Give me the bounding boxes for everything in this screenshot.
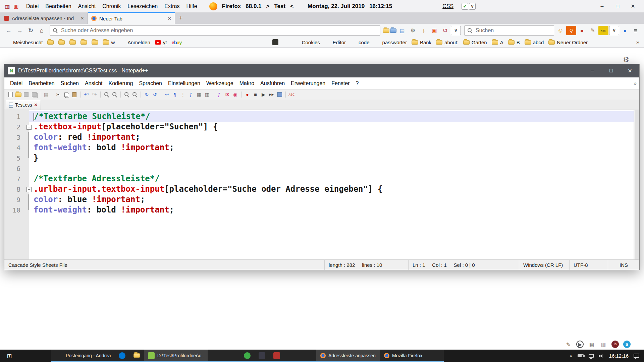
pinned-app-2[interactable] [35,350,51,362]
menu-suchen[interactable]: Suchen [58,79,82,88]
maximize-button[interactable]: □ [610,1,625,11]
new-file-icon[interactable] [7,91,14,98]
record-macro-icon[interactable]: ● [244,91,251,98]
network-icon[interactable] [589,354,594,358]
menu-fenster[interactable]: Fenster [328,79,353,88]
menu-makro[interactable]: Makro [236,79,257,88]
code-line[interactable]: 7/*Textfarbe Adressleiste*/ [4,174,634,184]
menu-lesezeichen[interactable]: Lesezeichen [124,2,161,11]
urlbar-input[interactable] [60,27,377,34]
fold-toggle-icon[interactable] [24,122,34,132]
lb-badge-icon[interactable]: lb [611,341,619,348]
card-icon[interactable]: ▥ [600,341,607,348]
edit-pencil-icon[interactable]: ✎ [588,26,598,35]
task-firefox-mozilla[interactable]: Mozilla Firefox [380,350,444,362]
replace-icon[interactable] [111,91,118,98]
zoom-in-icon[interactable] [123,91,130,98]
start-button[interactable]: ⊞ [0,350,19,362]
menu-hamburger-icon[interactable]: ≡ [631,26,641,35]
menu-erweiterungen[interactable]: Erweiterungen [288,79,328,88]
tab-close-icon[interactable]: ✕ [34,103,38,107]
spell-check-icon[interactable]: ABC [288,91,295,98]
task-notepadpp[interactable]: D:\Test\Profilordner\c... [144,350,208,362]
search-input[interactable] [475,27,551,34]
calendar-icon[interactable]: ▦ [588,341,595,348]
fold-toggle-icon[interactable] [24,184,34,194]
bookmark-ebay[interactable]: ebay [170,39,183,46]
bookmark-neuer-ordner[interactable]: Neuer Ordner [547,39,589,46]
cut-icon[interactable]: ✂ [55,91,62,98]
addon-q-icon[interactable]: Q [566,26,576,35]
menu-ansicht[interactable]: Ansicht [82,79,105,88]
play-multi-icon[interactable]: ▶▶ [268,91,275,98]
tray-chevron-icon[interactable]: ∧ [570,354,573,358]
task-app-orange[interactable] [208,350,224,362]
bookmark-folder-3[interactable] [68,40,77,45]
bookmarks-overflow-icon[interactable]: » [635,39,641,45]
bookmark-youtube[interactable]: ▶yt [153,39,169,46]
word-wrap-icon[interactable]: ↩ [163,91,170,98]
bookmark-editor[interactable]: Editor [323,39,347,46]
function-list-icon[interactable]: ƒ [187,91,195,98]
menu-chronik[interactable]: Chronik [99,2,124,11]
emoji-icon[interactable]: ☺ [555,26,566,35]
save-macro-icon[interactable] [276,91,283,98]
task-edge[interactable] [115,350,129,362]
bookmark-folder-4[interactable] [79,40,89,45]
code-line[interactable]: 2.textbox-input[placeholder="Suchen"] { [4,122,634,132]
bookmark-t-dot[interactable] [249,39,259,46]
bookmark-lines-blue[interactable] [281,39,291,46]
function-icon[interactable]: ƒ [216,91,223,98]
task-app-red[interactable] [284,350,300,362]
notifications-icon[interactable] [634,354,639,358]
bookmark-a[interactable]: A [490,39,505,46]
task-mail[interactable]: Posteingang - Andrea... [51,350,115,362]
play-macro-icon[interactable]: ▶ [260,91,267,98]
sync-vertical-icon[interactable]: ↻ [143,91,150,98]
bookmark-club[interactable] [260,39,269,46]
menu-hilfe[interactable]: Hilfe [183,2,201,11]
tab-testcss[interactable]: Test.css ✕ [6,100,41,110]
grid-icon[interactable]: ▦ [3,2,11,10]
pinned-app-1[interactable] [19,350,35,362]
css-label[interactable]: CSS [442,3,453,9]
find-icon[interactable] [103,91,110,98]
addon-blue-icon[interactable]: ● [620,26,630,35]
code-line[interactable]: 8.urlbar-input.textbox-input[placeholder… [4,184,634,194]
menu-einstellungen[interactable]: Einstellungen [165,79,203,88]
menu-ansicht[interactable]: Ansicht [75,2,99,11]
menu-[interactable]: ? [353,79,362,88]
paste-icon[interactable] [71,91,78,98]
task-app-media[interactable] [300,350,316,362]
newtab-gear-icon[interactable]: ⚙ [623,56,629,64]
menu-datei[interactable]: Datei [23,2,42,11]
play-circle-icon[interactable]: ▶ [576,341,584,348]
close-button[interactable]: ✕ [621,64,639,77]
menu-datei[interactable]: Datei [7,79,25,88]
bookmark-cookies[interactable]: Cookies [292,39,322,46]
bookmark-b[interactable]: B [506,39,522,46]
menu-kodierung[interactable]: Kodierung [105,79,136,88]
copy-icon[interactable] [63,91,70,98]
bookmark-b64[interactable] [271,39,280,46]
status-eol[interactable]: Windows (CR LF) [519,260,570,270]
library-icon[interactable] [383,28,389,33]
task-app-d[interactable] [269,350,284,362]
addon-v-icon[interactable]: V [451,26,461,35]
forward-button[interactable]: → [14,26,25,36]
bookmark-anmelden[interactable]: Anmelden [118,39,152,46]
bookmark-cf[interactable] [217,39,226,46]
s-badge-icon[interactable]: S [623,341,631,348]
task-firefox-adressleiste[interactable]: Adressleiste anpassen... [316,350,380,362]
pen-icon[interactable]: ✎ [565,341,572,348]
code-line[interactable]: 5} [4,153,634,163]
bookmark-meistbesucht[interactable]: Meistbesucht [3,39,44,46]
open-file-icon[interactable] [15,93,21,97]
doc-map-icon[interactable]: ▦ [196,91,203,98]
menu-werkzeuge[interactable]: Werkzeuge [203,79,236,88]
notepadpp-titlebar[interactable]: N D:\Test\Profilordner\chrome\CSS\Test.c… [4,64,639,77]
tab-close-icon[interactable]: ✕ [80,16,84,21]
addon-orange-icon[interactable]: ▣ [429,26,439,35]
close-button[interactable]: ✕ [625,1,641,11]
menubar-overflow-icon[interactable]: » [634,80,637,86]
